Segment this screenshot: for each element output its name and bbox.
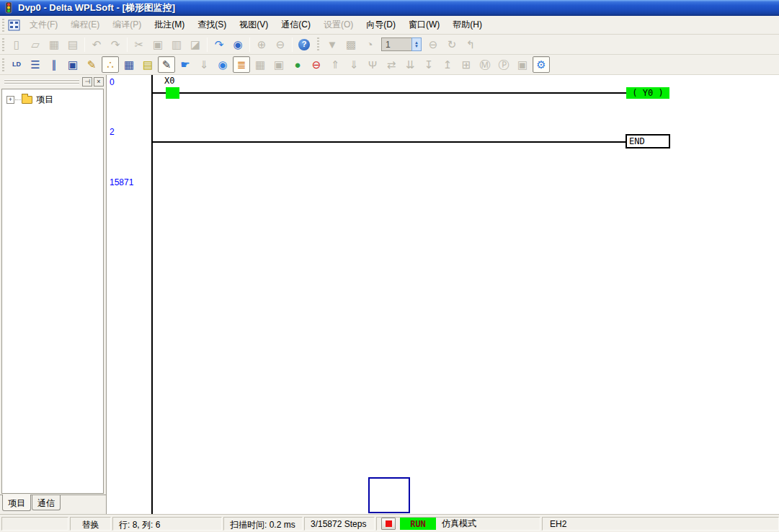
tab-project[interactable]: 项目 [2,495,31,511]
stop-monitor-button[interactable] [381,518,396,530]
erase-icon: ◪ [190,39,200,50]
monitor-filter-button: ▼ [324,36,341,53]
edit-monitor-button: ▦ [251,56,269,73]
menu-communication[interactable]: 通信(C) [275,16,317,34]
ladder-cell-cursor[interactable] [368,477,410,513]
contact-x0-label: X0 [164,76,174,86]
history-time-icon: ◔ [366,39,373,50]
ladder-monitor-icon: ≣ [237,59,246,70]
code-download-icon: ⇊ [406,59,415,70]
new-file-icon: ▯ [14,39,19,50]
toolbar-grip [2,38,4,51]
rung-1-line [152,92,626,94]
copy-button: ▣ [149,36,166,53]
upload-program-icon: ⇑ [331,59,340,70]
download-program-icon: ⇓ [350,59,359,70]
toolbar-separator [84,37,85,52]
menu-view[interactable]: 视图(V) [233,16,275,34]
print-icon: ▤ [68,39,78,50]
paste-button: ▥ [168,36,185,53]
monitor-rows-spinner-value[interactable]: 1 [381,37,411,51]
stop-icon [386,520,392,527]
simulator-button[interactable]: ⚙ [533,56,550,73]
panel-tabs: 项目通信 [0,495,106,514]
contact-x0-energized[interactable] [166,87,179,99]
step-number: 2 [110,127,115,137]
find-icon: ◉ [233,39,242,50]
device-table-button[interactable]: ▦ [120,56,138,73]
menu-search[interactable]: 查找(S) [191,16,233,34]
cut-button: ✂ [130,36,148,53]
standard-toolbar: ▯▱▦▤↶↷✂▣▥◪↷◉⊕⊖?▼▩◔1▲▼⊖↻↰ [0,35,779,55]
edit-monitor-icon: ▦ [255,59,265,70]
refresh-button: ↻ [443,36,460,53]
zoom-out-button: ⊖ [272,36,289,53]
monitor-rows-spinner[interactable]: 1▲▼ [381,37,422,51]
menu-help[interactable]: 帮助(H) [446,16,489,34]
plc-toolbar-items: LD☰∥▣✎∴▦▤✎☛⇓◉≣▦▣●⊖⇑⇓Ψ⇄⇊↧↥⊞ⓂⓅ▣⚙ [7,56,551,73]
hand-pointer-button[interactable]: ☛ [177,56,194,73]
stop-monitor-button: ⊖ [424,36,442,53]
menu-compile: 编译(P) [106,16,148,34]
app-icon [3,2,14,14]
status-scan-time: 扫描时间: 0.2 ms [223,517,303,531]
coil-y0-label: ( Y0 ) [632,88,663,98]
monitor-rows-spinner-arrows[interactable]: ▲▼ [411,37,422,51]
toolbar-separator [316,37,320,52]
goto-button[interactable]: ↷ [210,36,228,53]
ladder-window-icon[interactable] [8,19,20,31]
instruction-view-icon: LD [12,61,21,68]
pin-icon[interactable]: ⊤ [82,77,92,87]
code-download-button: ⇊ [401,56,419,73]
hand-pointer-icon: ☛ [180,59,190,70]
monitor-screen-button[interactable]: ▣ [64,56,81,73]
panel-drag-handle[interactable] [4,79,79,84]
lamp-button[interactable]: ◉ [214,56,231,73]
tree-item-label: 项目 [36,94,53,106]
toolbar-grip [2,19,4,32]
instruction-view-button[interactable]: LD [8,56,25,73]
find-button[interactable]: ◉ [229,36,246,53]
device-read-icon: ↥ [443,59,453,70]
cut-icon: ✂ [135,39,144,50]
history-time-button: ◔ [361,36,378,53]
status-blank-segment [1,517,68,531]
expand-icon[interactable]: + [6,96,14,104]
tree-item-project-root[interactable]: + 项目 [2,89,103,106]
menu-wizard[interactable]: 向导(D) [360,16,402,34]
rung-2-line [152,141,626,143]
tab-communication[interactable]: 通信 [32,495,61,510]
stop-plc-icon: ⊖ [312,59,321,70]
stop-plc-button[interactable]: ⊖ [308,56,325,73]
online-mode-icon: ● [294,59,301,70]
coil-y0-energized[interactable]: ( Y0 ) [626,87,669,99]
toolbar-grip [2,58,4,71]
pen-button[interactable]: ✎ [158,56,175,73]
zoom-out-icon: ⊖ [276,39,285,50]
project-panel: ⊤ × + 项目 项目通信 [0,75,107,514]
close-icon[interactable]: × [94,77,104,87]
comment-view-button[interactable]: ▤ [139,56,156,73]
panel-header: ⊤ × [1,76,104,87]
end-instruction-block[interactable]: END [626,134,670,148]
sfc-view-button[interactable]: ∥ [45,56,63,73]
monitor-download-button: ⇓ [195,56,213,73]
ladder-workspace[interactable]: 0 2 15871 X0 ( Y0 ) END [107,75,779,514]
online-mode-button[interactable]: ● [289,56,306,73]
open-file-icon: ▱ [31,39,40,50]
edit-note-button[interactable]: ✎ [83,56,100,73]
menu-comment[interactable]: 批注(M) [148,16,191,34]
help-button[interactable]: ? [295,36,313,53]
monitor-screen-icon: ▣ [68,59,78,70]
comment-view-icon: ▤ [143,59,153,70]
pen-icon: ✎ [162,59,172,70]
project-tree-button[interactable]: ∴ [102,56,119,73]
title-bar: Dvp0 - Delta WPLSoft - [梯形图监控] [0,0,779,16]
menu-window[interactable]: 窗口(W) [402,16,446,34]
ladder-view-button[interactable]: ☰ [27,56,44,73]
register-editor-button: ⊞ [458,56,475,73]
help-icon: ? [298,39,310,50]
search-module-button: Ⓜ [476,56,494,73]
device-edit-icon: ▩ [346,39,356,50]
ladder-monitor-button[interactable]: ≣ [233,56,250,73]
